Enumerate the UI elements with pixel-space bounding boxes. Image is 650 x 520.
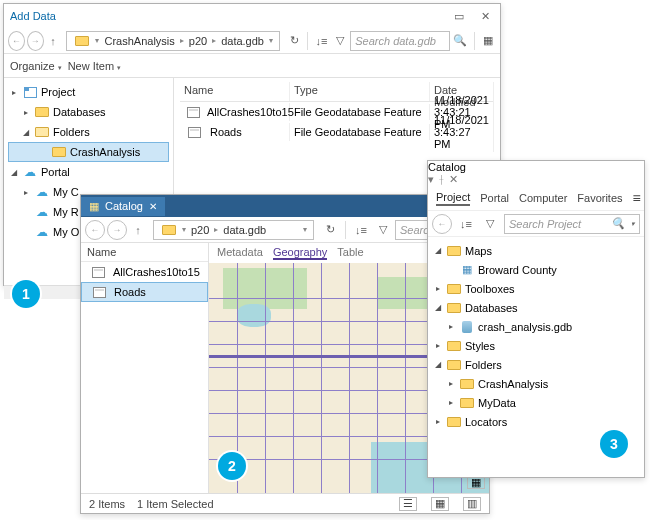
nav-favorites[interactable]: Favorites [577,192,622,204]
tab-table[interactable]: Table [337,246,363,260]
view-tiles-icon[interactable]: ▦ [431,497,449,511]
tab-geography[interactable]: Geography [273,246,327,260]
crumb-1[interactable]: CrashAnalysis [101,35,177,47]
close-button[interactable]: ✕ [476,7,494,25]
list-header[interactable]: Name [81,243,208,262]
tree-project[interactable]: ▸Project [6,82,171,102]
up-button[interactable]: ↑ [129,221,147,239]
up-button[interactable]: ↑ [46,32,61,50]
tree-maps[interactable]: ◢Maps [430,241,642,260]
tree-portal[interactable]: ◢☁Portal [6,162,171,182]
filter-icon[interactable]: ▽ [373,220,393,240]
col-name[interactable]: Name [180,82,290,101]
refresh-icon[interactable]: ↻ [320,220,340,240]
catalog-pane-tree: ◢Maps ▦Broward County ▸Toolboxes ◢Databa… [428,237,644,435]
add-data-subtoolbar: Organize▾ New Item▾ [4,54,500,78]
tree-toolboxes[interactable]: ▸Toolboxes [430,279,642,298]
nav-computer[interactable]: Computer [519,192,567,204]
tree-crashdb[interactable]: ▸crash_analysis.gdb [430,317,642,336]
filter-icon[interactable]: ▽ [332,31,348,51]
tree-styles[interactable]: ▸Styles [430,336,642,355]
callout-badge-2: 2 [218,452,246,480]
tree-crashanalysis[interactable]: CrashAnalysis [8,142,169,162]
view-list-icon[interactable]: ☰ [399,497,417,511]
back-button[interactable]: ← [85,220,105,240]
search-input[interactable]: Search Project 🔍▾ [504,214,640,234]
search-go-icon[interactable]: 🔍 [452,31,468,51]
tree-folders[interactable]: ◢Folders [430,355,642,374]
filter-icon[interactable]: ▽ [480,214,500,234]
breadcrumb[interactable]: ▾ p20▸ data.gdb ▾ [153,220,314,240]
pin-icon[interactable]: ⟊ [438,173,445,186]
catalog-pane-title: Catalog ▾ ⟊ ✕ [428,161,644,186]
status-items: 2 Items [89,498,125,510]
catalog-pane-toolbar: ← ↓≡ ▽ Search Project 🔍▾ [428,211,644,237]
crumb-3[interactable]: data.gdb [218,35,267,47]
sort-icon[interactable]: ↓≡ [313,31,329,51]
view-mode-icon[interactable]: ▦ [480,31,496,51]
minimize-button[interactable]: ▭ [450,7,468,25]
add-data-toolbar: ← → ↑ ▾ CrashAnalysis▸ p20▸ data.gdb ▾ ↻… [4,28,500,54]
tab-metadata[interactable]: Metadata [217,246,263,260]
list-item[interactable]: AllCrashes10to15 [81,262,208,282]
catalog-view-statusbar: 2 Items 1 Item Selected ☰ ▦ ▥ [81,493,489,513]
tree-databases[interactable]: ▸Databases [6,102,171,122]
close-tab-icon[interactable]: ✕ [149,201,157,212]
back-button[interactable]: ← [432,214,452,234]
catalog-tab[interactable]: ▦ Catalog ✕ [81,197,165,216]
add-data-titlebar: Add Data ▭ ✕ [4,4,500,28]
tree-databases[interactable]: ◢Databases [430,298,642,317]
search-input[interactable]: Search data.gdb [350,31,450,51]
cloud-icon: ☁ [22,165,38,179]
refresh-icon[interactable]: ↻ [286,31,302,51]
new-item-menu[interactable]: New Item▾ [68,60,121,72]
status-selected: 1 Item Selected [137,498,213,510]
close-icon[interactable]: ✕ [449,173,458,186]
search-placeholder: Search data.gdb [355,35,436,47]
back-button[interactable]: ← [8,31,25,51]
col-type[interactable]: Type [290,82,430,101]
tree-folders[interactable]: ◢Folders [6,122,171,142]
list-item[interactable]: Roads File Geodatabase Feature 11/18/202… [180,122,494,142]
tree-locators[interactable]: ▸Locators [430,412,642,431]
sort-icon[interactable]: ↓≡ [351,220,371,240]
menu-icon[interactable]: ≡ [633,190,641,206]
nav-portal[interactable]: Portal [480,192,509,204]
tree-crashanalysis[interactable]: ▸CrashAnalysis [430,374,642,393]
list-item-selected[interactable]: Roads [81,282,208,302]
breadcrumb[interactable]: ▾ CrashAnalysis▸ p20▸ data.gdb ▾ [66,31,280,51]
view-columns-icon[interactable]: ▥ [463,497,481,511]
organize-menu[interactable]: Organize▾ [10,60,62,72]
catalog-pane-nav: Project Portal Computer Favorites ≡ [428,186,644,211]
forward-button[interactable]: → [107,220,127,240]
callout-badge-1: 1 [12,280,40,308]
add-data-title: Add Data [10,10,450,22]
sort-icon[interactable]: ↓≡ [456,214,476,234]
crumb-2[interactable]: p20 [186,35,210,47]
tree-broward[interactable]: ▦Broward County [430,260,642,279]
catalog-view-list: Name AllCrashes10to15 Roads [81,243,209,493]
dropdown-icon[interactable]: ▾ [428,173,434,186]
callout-badge-3: 3 [600,430,628,458]
tree-mydata[interactable]: ▸MyData [430,393,642,412]
nav-project[interactable]: Project [436,191,470,206]
forward-button[interactable]: → [27,31,44,51]
